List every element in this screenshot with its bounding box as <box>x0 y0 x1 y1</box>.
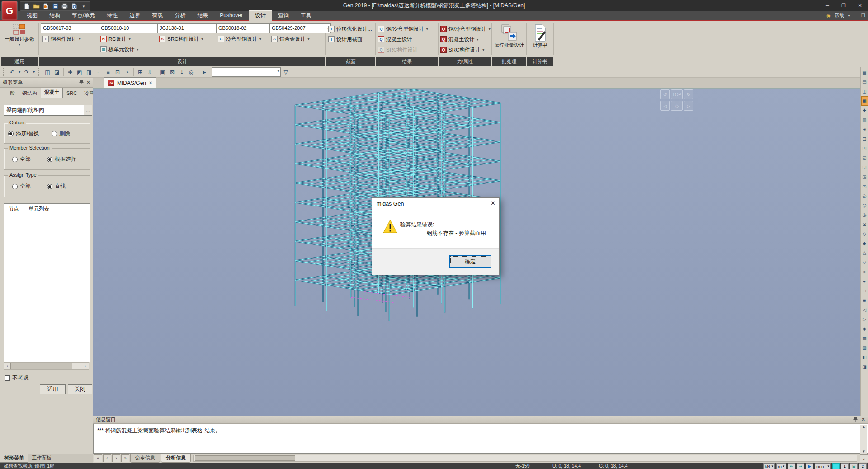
message-vscrollbar[interactable]: ▲ ▼ <box>860 425 867 454</box>
dialog-title-bar[interactable]: midas Gen <box>372 198 499 209</box>
corner-button[interactable]: ⌄ <box>860 454 868 462</box>
right-tool-icon-2[interactable]: ◫ <box>861 87 868 96</box>
right-tool-icon-18[interactable]: ◆ <box>861 239 868 248</box>
tab-analysis-message[interactable]: 分析信息 <box>161 454 191 463</box>
toolbar-icon-18[interactable]: ⇩ <box>145 68 154 77</box>
unit-swap-left-icon[interactable]: ⇤ <box>788 463 795 469</box>
right-tool-icon-12[interactable]: ◴ <box>861 182 868 191</box>
message-window-body[interactable]: *** 将钢筋混凝土梁截面验算结果输出到表格-结束。 ▲ ▼ <box>93 424 868 454</box>
iso-view-icon[interactable]: ◇ <box>671 101 683 111</box>
tab-work-panel[interactable]: 工作面板 <box>28 454 55 462</box>
tab-tree-menu[interactable]: 树形菜单 <box>0 454 28 463</box>
toolbar-icon-7[interactable]: ◪ <box>52 68 61 77</box>
toolbar-icon-10[interactable]: ◩ <box>75 68 84 77</box>
mdi-restore-icon[interactable]: ❐ <box>861 13 865 19</box>
right-tool-icon-0[interactable]: ▦ <box>861 68 868 77</box>
toolbar-icon-21[interactable]: ⊠ <box>168 68 177 77</box>
ignore-checkbox[interactable]: 不考虑 <box>5 374 28 382</box>
radio-assign-all[interactable]: 全部 <box>12 183 31 190</box>
panel-tab-冷弯...[interactable]: 冷弯... <box>80 89 93 98</box>
radio-all-members[interactable]: 全部 <box>12 155 31 163</box>
notification-icon[interactable]: ◉ <box>826 13 831 19</box>
right-tool-icon-20[interactable]: ▽ <box>861 258 868 267</box>
pan-left-icon[interactable]: ◅ <box>660 101 670 111</box>
radio-by-selection[interactable]: 根据选择 <box>47 155 76 163</box>
design-code-combo-GB50018-02[interactable]: GB50018-02▾ <box>216 23 273 33</box>
dialog-close-icon[interactable]: ✕ <box>491 200 495 206</box>
toolbar-icon-6[interactable]: ◫ <box>43 68 52 77</box>
rotate-right-icon[interactable]: ↻ <box>684 89 693 99</box>
unit-length-combo[interactable]: m▾ <box>776 463 786 469</box>
ribbon-tab-查询[interactable]: 查询 <box>272 11 295 20</box>
toolbar-icon-15[interactable]: ◔ <box>123 68 132 77</box>
right-tool-icon-10[interactable]: ◲ <box>861 163 868 172</box>
app-logo[interactable]: G <box>1 1 18 20</box>
toolbar-icon-25[interactable]: ► <box>200 68 209 77</box>
ribbon-result-钢/冷弯型钢设计[interactable]: Q钢/冷弯型钢设计▾ <box>378 24 428 33</box>
scroll-left-icon[interactable]: ‹ <box>4 364 10 368</box>
ribbon-item-SRC构件设计[interactable]: SSRC构件设计▾ <box>159 34 203 43</box>
print-preview-icon[interactable] <box>70 3 78 10</box>
close-button[interactable]: ✕ <box>852 0 868 11</box>
ribbon-tab-节点/单元[interactable]: 节点/单元 <box>66 11 101 20</box>
apply-button[interactable]: 适用 <box>40 384 66 394</box>
right-tool-icon-14[interactable]: ◶ <box>861 201 868 210</box>
right-tool-icon-17[interactable]: ◇ <box>861 229 868 239</box>
toolbar-icon-2[interactable]: ▾ <box>17 68 22 77</box>
right-tool-icon-25[interactable]: ◁ <box>861 305 868 314</box>
help-button[interactable]: 帮助 <box>835 12 844 19</box>
right-tool-icon-11[interactable]: ◳ <box>861 172 868 182</box>
radio-add-replace[interactable]: 添加/替换 <box>8 130 39 137</box>
list-hscrollbar[interactable]: ‹ › <box>4 362 89 370</box>
right-tool-icon-24[interactable]: ■ <box>861 295 868 305</box>
tab-command-message[interactable]: 命令信息 <box>130 454 160 463</box>
right-tool-icon-23[interactable]: □ <box>861 286 868 295</box>
ribbon-item-铝合金设计[interactable]: A铝合金设计▾ <box>271 34 310 43</box>
document-tab[interactable]: G MIDAS/Gen ✕ <box>104 77 156 88</box>
message-hscrollbar[interactable] <box>193 455 857 462</box>
ribbon-item-冷弯型钢设计[interactable]: C冷弯型钢设计▾ <box>218 34 261 43</box>
right-tool-icon-19[interactable]: △ <box>861 248 868 258</box>
design-code-combo-GB50017-03[interactable]: GB50017-03▾ <box>41 23 103 33</box>
list-header-element[interactable]: 单元列表 <box>24 206 54 212</box>
ribbon-item-RC设计[interactable]: RRC设计▾ <box>100 34 131 43</box>
ribbon-tab-设计[interactable]: 设计 <box>249 10 272 21</box>
page-current[interactable]: 1 <box>841 463 849 469</box>
ribbon-force-混凝土设计[interactable]: Q混凝土设计▾ <box>440 35 479 44</box>
report-button[interactable]: 计算书 <box>528 24 552 49</box>
ribbon-item-钢构件设计[interactable]: I钢构件设计▾ <box>42 34 81 43</box>
design-code-combo-JGJ138-01[interactable]: JGJ138-01▾ <box>157 23 220 33</box>
ribbon-tab-分析[interactable]: 分析 <box>169 11 191 20</box>
panel-tab-钢结构[interactable]: 钢结构 <box>19 89 41 98</box>
scroll-right-icon[interactable]: › <box>82 364 89 368</box>
toolbar-icon-14[interactable]: ⊡ <box>113 68 122 77</box>
toolbar-icon-4[interactable]: ▾ <box>32 68 36 77</box>
ribbon-tab-边界[interactable]: 边界 <box>123 11 146 20</box>
toolbar-icon-12[interactable]: ▫ <box>94 68 103 77</box>
tab-close-icon[interactable]: ✕ <box>149 80 152 85</box>
ribbon-item-板单元设计[interactable]: ▦板单元设计▾ <box>100 45 139 54</box>
ribbon-collapse-icon[interactable]: ▾ <box>848 14 850 18</box>
page-total[interactable]: 2 <box>859 463 867 469</box>
right-tool-icon-6[interactable]: ⊞ <box>861 125 868 134</box>
panel-tab-混凝土[interactable]: 混凝土 <box>41 88 63 98</box>
open-file-icon[interactable] <box>32 3 40 10</box>
right-tool-icon-7[interactable]: ⊟ <box>861 134 868 144</box>
ok-button[interactable]: 确定 <box>449 255 491 268</box>
list-header-node[interactable]: 节点 <box>4 206 24 212</box>
right-tool-icon-26[interactable]: ▷ <box>861 314 868 324</box>
right-tool-icon-9[interactable]: ◱ <box>861 153 868 163</box>
message-window-close-icon[interactable]: ✕ <box>861 417 865 422</box>
right-tool-icon-27[interactable]: ◈ <box>861 324 868 333</box>
ribbon-tab-Pushover[interactable]: Pushover <box>214 11 249 20</box>
rotate-left-icon[interactable]: ↺ <box>660 89 670 99</box>
ribbon-tab-结果[interactable]: 结果 <box>191 11 214 20</box>
print-icon[interactable] <box>61 3 69 10</box>
right-tool-icon-15[interactable]: ◷ <box>861 210 868 220</box>
ribbon-force-钢/冷弯型钢设计[interactable]: Q钢/冷弯型钢设计▾ <box>440 24 491 33</box>
project-info-icon[interactable] <box>42 3 50 10</box>
select-filter-icon[interactable]: ▽ <box>281 68 290 77</box>
unit-force-combo[interactable]: kN▾ <box>763 463 775 469</box>
qat-overflow-icon[interactable]: ▾ <box>80 3 88 10</box>
mdi-minimize-icon[interactable]: ─ <box>854 13 857 19</box>
